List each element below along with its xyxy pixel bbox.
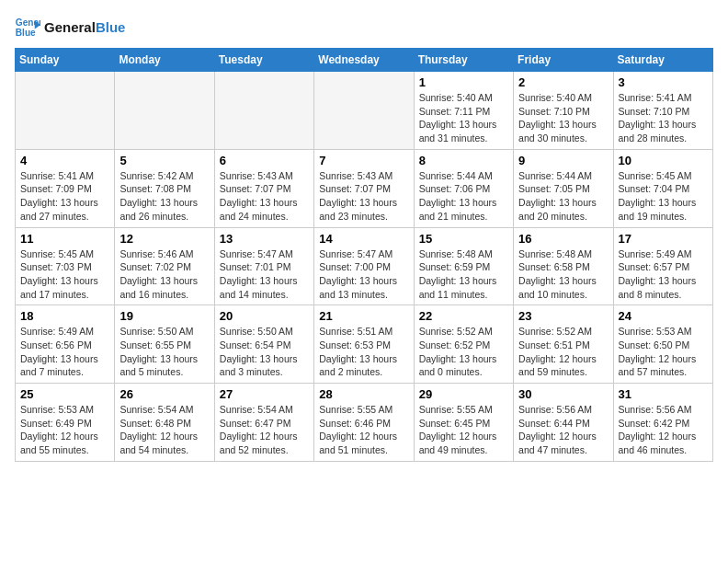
calendar-cell: 5Sunrise: 5:42 AM Sunset: 7:08 PM Daylig… (115, 149, 214, 227)
calendar-header-row: SundayMondayTuesdayWednesdayThursdayFrid… (16, 49, 713, 72)
day-info: Sunrise: 5:55 AM Sunset: 6:46 PM Dayligh… (319, 403, 408, 457)
weekday-header-friday: Friday (514, 49, 613, 72)
calendar-week-1: 1Sunrise: 5:40 AM Sunset: 7:11 PM Daylig… (16, 72, 713, 150)
weekday-header-saturday: Saturday (613, 49, 712, 72)
calendar-cell: 31Sunrise: 5:56 AM Sunset: 6:42 PM Dayli… (613, 384, 712, 462)
day-number: 14 (319, 232, 408, 246)
calendar-cell: 17Sunrise: 5:49 AM Sunset: 6:57 PM Dayli… (613, 227, 712, 305)
calendar-cell: 8Sunrise: 5:44 AM Sunset: 7:06 PM Daylig… (414, 149, 513, 227)
calendar-cell: 2Sunrise: 5:40 AM Sunset: 7:10 PM Daylig… (514, 72, 613, 150)
day-number: 11 (20, 232, 109, 246)
calendar-cell: 15Sunrise: 5:48 AM Sunset: 6:59 PM Dayli… (414, 227, 513, 305)
day-number: 23 (518, 309, 608, 323)
day-info: Sunrise: 5:49 AM Sunset: 6:57 PM Dayligh… (619, 247, 708, 302)
day-info: Sunrise: 5:42 AM Sunset: 7:08 PM Dayligh… (119, 169, 209, 224)
day-number: 26 (119, 387, 209, 401)
day-number: 12 (119, 232, 209, 246)
day-number: 7 (319, 154, 408, 167)
calendar-cell: 27Sunrise: 5:54 AM Sunset: 6:47 PM Dayli… (214, 384, 313, 462)
calendar-cell (314, 72, 414, 150)
calendar-cell: 6Sunrise: 5:43 AM Sunset: 7:07 PM Daylig… (214, 149, 313, 227)
weekday-header-thursday: Thursday (414, 49, 513, 72)
calendar-cell: 7Sunrise: 5:43 AM Sunset: 7:07 PM Daylig… (314, 149, 414, 227)
day-info: Sunrise: 5:46 AM Sunset: 7:02 PM Dayligh… (119, 247, 209, 302)
calendar-cell: 24Sunrise: 5:53 AM Sunset: 6:50 PM Dayli… (613, 305, 712, 384)
day-number: 5 (119, 154, 209, 167)
day-number: 3 (619, 75, 708, 89)
calendar-cell: 4Sunrise: 5:41 AM Sunset: 7:09 PM Daylig… (16, 149, 115, 227)
calendar-cell: 21Sunrise: 5:51 AM Sunset: 6:53 PM Dayli… (314, 305, 414, 384)
calendar-cell: 1Sunrise: 5:40 AM Sunset: 7:11 PM Daylig… (414, 72, 513, 150)
day-info: Sunrise: 5:53 AM Sunset: 6:49 PM Dayligh… (20, 403, 109, 457)
calendar-cell: 22Sunrise: 5:52 AM Sunset: 6:52 PM Dayli… (414, 305, 513, 384)
day-number: 27 (220, 387, 309, 401)
svg-text:Blue: Blue (16, 28, 36, 38)
calendar-week-2: 4Sunrise: 5:41 AM Sunset: 7:09 PM Daylig… (16, 149, 713, 227)
day-number: 29 (419, 387, 508, 401)
calendar-week-3: 11Sunrise: 5:45 AM Sunset: 7:03 PM Dayli… (16, 227, 713, 305)
day-info: Sunrise: 5:52 AM Sunset: 6:51 PM Dayligh… (518, 325, 608, 379)
day-info: Sunrise: 5:40 AM Sunset: 7:11 PM Dayligh… (419, 91, 508, 145)
day-info: Sunrise: 5:47 AM Sunset: 7:00 PM Dayligh… (319, 247, 408, 302)
day-number: 25 (20, 387, 109, 401)
calendar-cell: 10Sunrise: 5:45 AM Sunset: 7:04 PM Dayli… (613, 149, 712, 227)
day-info: Sunrise: 5:43 AM Sunset: 7:07 PM Dayligh… (319, 169, 408, 224)
logo: General Blue GeneralBlue (15, 15, 125, 40)
calendar-cell: 9Sunrise: 5:44 AM Sunset: 7:05 PM Daylig… (514, 149, 613, 227)
day-info: Sunrise: 5:53 AM Sunset: 6:50 PM Dayligh… (619, 325, 708, 379)
day-number: 8 (419, 154, 508, 167)
calendar-table: SundayMondayTuesdayWednesdayThursdayFrid… (15, 48, 713, 462)
calendar-cell: 29Sunrise: 5:55 AM Sunset: 6:45 PM Dayli… (414, 384, 513, 462)
calendar-cell: 23Sunrise: 5:52 AM Sunset: 6:51 PM Dayli… (514, 305, 613, 384)
day-info: Sunrise: 5:56 AM Sunset: 6:44 PM Dayligh… (518, 403, 608, 457)
weekday-header-monday: Monday (115, 49, 214, 72)
day-info: Sunrise: 5:55 AM Sunset: 6:45 PM Dayligh… (419, 403, 508, 457)
calendar-cell: 12Sunrise: 5:46 AM Sunset: 7:02 PM Dayli… (115, 227, 214, 305)
page-header: General Blue GeneralBlue (15, 15, 713, 40)
day-number: 6 (220, 154, 309, 167)
day-info: Sunrise: 5:51 AM Sunset: 6:53 PM Dayligh… (319, 325, 408, 379)
day-info: Sunrise: 5:52 AM Sunset: 6:52 PM Dayligh… (419, 325, 508, 379)
weekday-header-tuesday: Tuesday (214, 49, 313, 72)
day-info: Sunrise: 5:44 AM Sunset: 7:06 PM Dayligh… (419, 169, 508, 224)
calendar-cell: 19Sunrise: 5:50 AM Sunset: 6:55 PM Dayli… (115, 305, 214, 384)
day-number: 30 (518, 387, 608, 401)
calendar-cell: 26Sunrise: 5:54 AM Sunset: 6:48 PM Dayli… (115, 384, 214, 462)
logo-text: GeneralBlue (44, 20, 125, 36)
day-info: Sunrise: 5:48 AM Sunset: 6:59 PM Dayligh… (419, 247, 508, 302)
day-number: 10 (619, 154, 708, 167)
day-number: 13 (220, 232, 309, 246)
calendar-cell: 25Sunrise: 5:53 AM Sunset: 6:49 PM Dayli… (16, 384, 115, 462)
day-number: 4 (20, 154, 109, 167)
calendar-week-5: 25Sunrise: 5:53 AM Sunset: 6:49 PM Dayli… (16, 384, 713, 462)
day-info: Sunrise: 5:45 AM Sunset: 7:04 PM Dayligh… (619, 169, 708, 224)
day-number: 24 (619, 309, 708, 323)
calendar-cell: 20Sunrise: 5:50 AM Sunset: 6:54 PM Dayli… (214, 305, 313, 384)
day-info: Sunrise: 5:54 AM Sunset: 6:48 PM Dayligh… (119, 403, 209, 457)
calendar-cell: 28Sunrise: 5:55 AM Sunset: 6:46 PM Dayli… (314, 384, 414, 462)
day-number: 22 (419, 309, 508, 323)
calendar-cell: 16Sunrise: 5:48 AM Sunset: 6:58 PM Dayli… (514, 227, 613, 305)
day-info: Sunrise: 5:56 AM Sunset: 6:42 PM Dayligh… (619, 403, 708, 457)
weekday-header-sunday: Sunday (16, 49, 115, 72)
calendar-cell: 13Sunrise: 5:47 AM Sunset: 7:01 PM Dayli… (214, 227, 313, 305)
calendar-cell: 11Sunrise: 5:45 AM Sunset: 7:03 PM Dayli… (16, 227, 115, 305)
calendar-week-4: 18Sunrise: 5:49 AM Sunset: 6:56 PM Dayli… (16, 305, 713, 384)
day-info: Sunrise: 5:44 AM Sunset: 7:05 PM Dayligh… (518, 169, 608, 224)
day-number: 15 (419, 232, 508, 246)
day-info: Sunrise: 5:45 AM Sunset: 7:03 PM Dayligh… (20, 247, 109, 302)
day-number: 18 (20, 309, 109, 323)
day-number: 1 (419, 75, 508, 89)
day-number: 16 (518, 232, 608, 246)
day-number: 21 (319, 309, 408, 323)
day-info: Sunrise: 5:47 AM Sunset: 7:01 PM Dayligh… (220, 247, 309, 302)
day-info: Sunrise: 5:54 AM Sunset: 6:47 PM Dayligh… (220, 403, 309, 457)
day-info: Sunrise: 5:41 AM Sunset: 7:10 PM Dayligh… (619, 91, 708, 145)
day-info: Sunrise: 5:49 AM Sunset: 6:56 PM Dayligh… (20, 325, 109, 379)
calendar-cell (214, 72, 313, 150)
weekday-header-wednesday: Wednesday (314, 49, 414, 72)
calendar-cell: 14Sunrise: 5:47 AM Sunset: 7:00 PM Dayli… (314, 227, 414, 305)
day-info: Sunrise: 5:50 AM Sunset: 6:55 PM Dayligh… (119, 325, 209, 379)
day-number: 20 (220, 309, 309, 323)
day-info: Sunrise: 5:41 AM Sunset: 7:09 PM Dayligh… (20, 169, 109, 224)
